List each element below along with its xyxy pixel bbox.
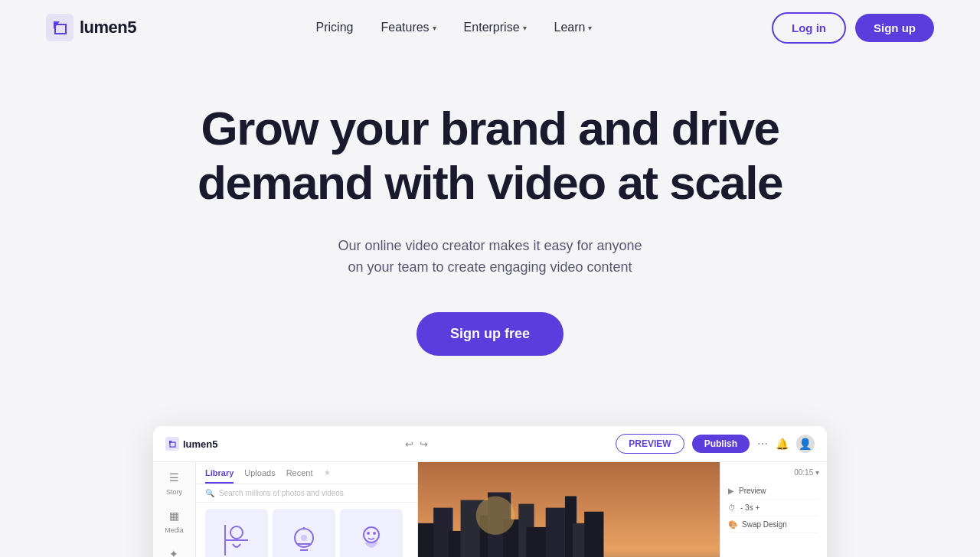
login-button[interactable]: Log in xyxy=(772,12,846,44)
svg-rect-25 xyxy=(584,512,603,557)
right-option-design-label: Swap Design xyxy=(742,520,787,529)
svg-rect-22 xyxy=(546,508,565,557)
app-publish-button[interactable]: Publish xyxy=(692,435,750,453)
svg-point-8 xyxy=(301,535,307,541)
tab-recent[interactable]: Recent xyxy=(286,468,313,484)
nav-item-enterprise[interactable]: Enterprise ▾ xyxy=(464,21,527,34)
svg-rect-0 xyxy=(46,14,74,41)
right-option-preview[interactable]: ▶ Preview xyxy=(728,483,819,500)
search-icon: 🔍 xyxy=(205,489,214,497)
app-toolbar-icons: ↩ ↪ xyxy=(405,438,428,450)
signup-button[interactable]: Sign up xyxy=(855,14,934,42)
story-icon: ☰ xyxy=(166,470,181,485)
logo-text: lumen5 xyxy=(80,18,136,37)
nav-links: Pricing Features ▾ Enterprise ▾ Learn ▾ xyxy=(316,21,593,34)
app-body: ☰ Story ▦ Media ✦ Icons ♪ xyxy=(153,462,827,557)
enterprise-chevron-icon: ▾ xyxy=(523,24,527,32)
svg-point-26 xyxy=(476,497,515,536)
tab-library[interactable]: Library xyxy=(205,468,234,484)
logo-icon xyxy=(46,14,74,41)
tab-uploads[interactable]: Uploads xyxy=(244,468,275,484)
sidebar-item-media[interactable]: ▦ Media xyxy=(165,508,184,534)
thumb-icon-3 xyxy=(356,521,387,557)
app-topbar-right: PREVIEW Publish ⋯ 🔔 👤 xyxy=(616,434,815,454)
undo-icon[interactable]: ↩ xyxy=(405,438,413,450)
app-sidebar: ☰ Story ▦ Media ✦ Icons ♪ xyxy=(153,462,196,557)
canvas-cityscape xyxy=(418,462,720,557)
nav-item-features[interactable]: Features ▾ xyxy=(381,21,436,34)
svg-point-9 xyxy=(364,527,379,542)
app-topbar: lumen5 ↩ ↪ PREVIEW Publish ⋯ 🔔 👤 xyxy=(153,426,827,462)
svg-point-10 xyxy=(367,532,370,535)
app-library-panel: Library Uploads Recent ★ 🔍 Search millio… xyxy=(196,462,418,557)
thumbnail-item-1[interactable] xyxy=(205,509,268,557)
features-chevron-icon: ▾ xyxy=(433,24,436,32)
navbar: lumen5 Pricing Features ▾ Enterprise ▾ L… xyxy=(0,0,980,55)
app-canvas[interactable]: Grow your brand and drive demand with vi… xyxy=(418,462,720,557)
media-icon: ▦ xyxy=(166,508,181,523)
hero-headline: Grow your brand and drive demand with vi… xyxy=(198,101,782,210)
hero-cta-container: Sign up free xyxy=(416,312,564,356)
app-topbar-left: lumen5 xyxy=(165,437,218,451)
nav-item-pricing[interactable]: Pricing xyxy=(316,21,354,34)
app-avatar-icon[interactable]: 👤 xyxy=(796,435,815,453)
app-right-panel: 00:15 ▾ ▶ Preview ⏱ - 3s + 🎨 Swap Design xyxy=(720,462,827,557)
app-preview-button[interactable]: PREVIEW xyxy=(616,434,684,454)
right-option-preview-label: Preview xyxy=(739,487,766,495)
app-logo-icon xyxy=(165,437,179,451)
right-option-duration[interactable]: ⏱ - 3s + xyxy=(728,500,819,516)
app-preview: lumen5 ↩ ↪ PREVIEW Publish ⋯ 🔔 👤 ☰ Stor xyxy=(153,426,827,557)
learn-chevron-icon: ▾ xyxy=(588,24,592,32)
thumbnail-item-2[interactable] xyxy=(273,509,335,557)
hero-subtext: Our online video creator makes it easy f… xyxy=(338,235,642,279)
thumb-icon-2 xyxy=(289,521,319,557)
thumbnail-item-3[interactable] xyxy=(340,509,403,557)
play-icon: ▶ xyxy=(728,487,734,495)
hero-cta-button[interactable]: Sign up free xyxy=(416,312,564,356)
tab-star-icon[interactable]: ★ xyxy=(324,468,331,484)
app-search-bar: 🔍 Search millions of photos and videos xyxy=(196,484,417,503)
nav-actions: Log in Sign up xyxy=(772,12,934,44)
time-expand-icon[interactable]: ▾ xyxy=(815,468,819,477)
app-time-display: 00:15 ▾ xyxy=(728,468,819,477)
svg-rect-1 xyxy=(165,437,179,451)
timer-icon: ⏱ xyxy=(728,503,736,512)
sidebar-item-story[interactable]: ☰ Story xyxy=(166,470,182,496)
icons-icon: ✦ xyxy=(166,546,181,557)
thumb-icon-1 xyxy=(221,521,252,557)
search-placeholder-text[interactable]: Search millions of photos and videos xyxy=(219,489,408,497)
nav-item-learn[interactable]: Learn ▾ xyxy=(554,21,593,34)
svg-point-11 xyxy=(373,532,376,535)
app-logo: lumen5 xyxy=(165,437,218,451)
design-icon: 🎨 xyxy=(728,520,737,529)
hero-section: Grow your brand and drive demand with vi… xyxy=(0,55,980,356)
app-thumbnails xyxy=(196,503,417,557)
logo-link[interactable]: lumen5 xyxy=(46,14,136,41)
redo-icon[interactable]: ↪ xyxy=(420,438,428,450)
right-option-design[interactable]: 🎨 Swap Design xyxy=(728,516,819,533)
sidebar-item-icons[interactable]: ✦ Icons xyxy=(166,546,183,557)
app-bell-icon[interactable]: 🔔 xyxy=(776,438,789,450)
app-panel-tabs: Library Uploads Recent ★ xyxy=(196,462,417,484)
app-canvas-background: Grow your brand and drive demand with vi… xyxy=(418,462,720,557)
app-more-icon[interactable]: ⋯ xyxy=(757,438,768,450)
svg-point-4 xyxy=(230,526,243,539)
right-option-duration-label: - 3s + xyxy=(740,503,760,512)
